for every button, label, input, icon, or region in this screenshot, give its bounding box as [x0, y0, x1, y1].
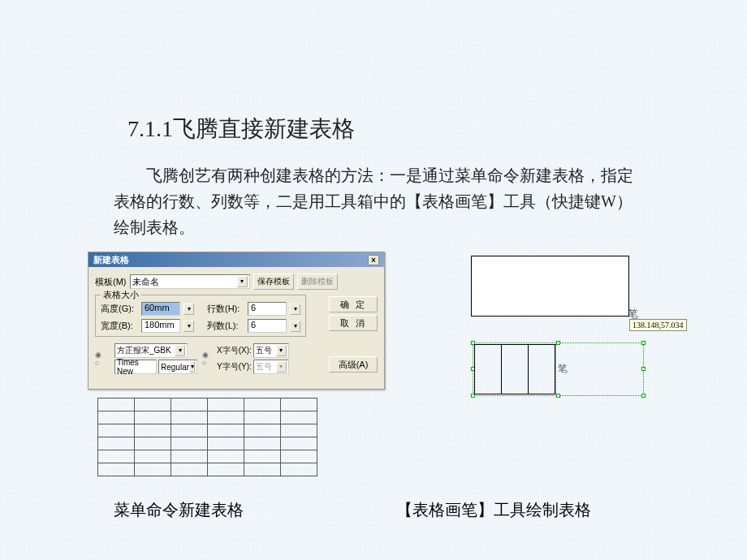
ok-button[interactable]: 确 定 — [329, 296, 378, 312]
cancel-button[interactable]: 取 消 — [329, 315, 378, 331]
close-icon[interactable]: × — [368, 255, 379, 265]
chevron-down-icon[interactable]: ▾ — [189, 361, 195, 373]
rows-input[interactable]: 6 — [248, 302, 287, 316]
chevron-down-icon[interactable]: ▾ — [175, 345, 185, 356]
guide-line — [555, 344, 556, 394]
section-heading: 7.1.1飞腾直接新建表格 — [127, 114, 355, 144]
dialog-title-text: 新建表格 — [93, 254, 129, 266]
pen-cursor-label-2: 笔 — [558, 362, 568, 376]
chevron-down-icon[interactable]: ▾ — [276, 361, 287, 373]
cols-input[interactable]: 6 — [248, 319, 287, 333]
x-size-select[interactable]: 五号 ▾ — [253, 343, 289, 358]
template-select[interactable]: 未命名 ▾ — [130, 274, 250, 289]
width-spinner-icon[interactable]: ▾ — [184, 321, 194, 332]
cols-label: 列数(L): — [207, 320, 244, 332]
height-input[interactable]: 60mm — [141, 302, 180, 316]
dialog-titlebar: 新建表格 × — [89, 252, 384, 267]
height-spinner-icon[interactable]: ▾ — [184, 304, 194, 315]
rows-spinner-icon[interactable]: ▾ — [290, 304, 300, 315]
selection-handle[interactable] — [556, 394, 560, 398]
draw-area-2: 笔 — [471, 341, 646, 398]
selection-handle[interactable] — [641, 341, 646, 345]
x-size-label: X字号(X): — [217, 345, 252, 356]
width-input[interactable]: 180mm — [141, 319, 180, 333]
chevron-down-icon[interactable]: ▾ — [276, 345, 287, 356]
cols-spinner-icon[interactable]: ▾ — [290, 321, 300, 332]
selection-handle[interactable] — [556, 341, 560, 345]
height-label: 高度(G): — [101, 303, 138, 315]
font-en-select[interactable]: Times New — [114, 360, 157, 374]
caption-left: 菜单命令新建表格 — [114, 499, 244, 521]
font-cn-select[interactable]: 方正报宋_GBK ▾ — [114, 343, 188, 358]
selection-handle[interactable] — [641, 394, 646, 398]
y-size-label: Y字号(Y): — [217, 361, 252, 373]
new-table-dialog: 新建表格 × 模板(M) 未命名 ▾ 保存模板 删除模板 确 定 取 消 高级(… — [88, 252, 385, 390]
y-size-select[interactable]: 五号 ▾ — [253, 360, 289, 374]
selection-handle[interactable] — [641, 367, 646, 371]
template-label: 模板(M) — [95, 276, 127, 288]
rows-label: 行数(H): — [207, 303, 244, 315]
result-table — [97, 398, 317, 476]
partial-table — [474, 344, 555, 394]
size-group-label: 表格大小 — [101, 289, 141, 301]
template-value: 未命名 — [132, 276, 159, 288]
coord-tooltip: 138.148,57.034 — [629, 319, 687, 331]
save-template-button[interactable]: 保存模板 — [253, 274, 294, 290]
advanced-button[interactable]: 高级(A) — [329, 356, 378, 373]
body-paragraph: 飞腾创艺有两种创建表格的方法：一是通过菜单命令新建表格，指定表格的行数、列数等，… — [114, 162, 633, 240]
font-style-select[interactable]: Regular ▾ — [158, 360, 197, 374]
delete-template-button[interactable]: 删除模板 — [297, 274, 338, 290]
width-label: 宽度(B): — [101, 320, 138, 332]
chevron-down-icon[interactable]: ▾ — [237, 276, 248, 287]
caption-right: 【表格画笔】工具绘制表格 — [396, 499, 591, 521]
draw-area-1 — [471, 256, 629, 317]
